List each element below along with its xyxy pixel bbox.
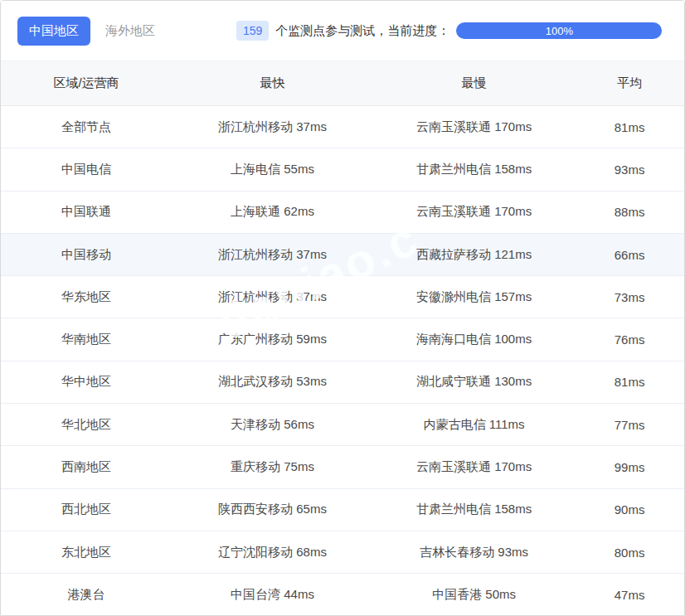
cell-slowest: 云南玉溪联通 170ms [373, 204, 575, 220]
cell-slowest: 海南海口电信 100ms [373, 332, 575, 347]
cell-region: 港澳台 [1, 587, 172, 603]
cell-slowest: 安徽滁州电信 157ms [373, 289, 575, 305]
cell-average: 99ms [575, 460, 684, 474]
cell-slowest: 云南玉溪联通 170ms [373, 119, 575, 135]
cell-region: 华东地区 [1, 289, 172, 305]
cell-fastest: 浙江杭州移动 37ms [172, 289, 373, 305]
cell-average: 81ms [575, 120, 684, 134]
cell-fastest: 辽宁沈阳移动 68ms [172, 545, 373, 560]
speedtest-panel: 中国地区 海外地区 159 个监测点参与测试，当前进度： 100% 区域/运营商… [0, 0, 685, 616]
cell-region: 华南地区 [1, 332, 172, 347]
table-row: 全部节点浙江杭州移动 37ms云南玉溪联通 170ms81ms [1, 106, 684, 148]
cell-slowest: 西藏拉萨移动 121ms [373, 247, 575, 263]
table-row: 中国联通上海联通 62ms云南玉溪联通 170ms88ms [1, 192, 684, 234]
cell-fastest: 浙江杭州移动 37ms [172, 247, 373, 263]
cell-average: 81ms [575, 375, 684, 389]
column-header-region: 区域/运营商 [1, 75, 172, 91]
cell-fastest: 广东广州移动 59ms [172, 332, 373, 347]
cell-region: 华中地区 [1, 374, 172, 390]
tab-china-region[interactable]: 中国地区 [17, 17, 90, 46]
table-row: 西北地区陕西西安移动 65ms甘肃兰州电信 158ms90ms [1, 489, 684, 531]
cell-slowest: 湖北咸宁联通 130ms [373, 374, 575, 390]
table-row: 华中地区湖北武汉移动 53ms湖北咸宁联通 130ms81ms [1, 361, 684, 404]
cell-slowest: 甘肃兰州电信 158ms [373, 162, 575, 177]
cell-average: 90ms [575, 502, 684, 517]
top-bar: 中国地区 海外地区 159 个监测点参与测试，当前进度： 100% [1, 1, 684, 61]
cell-average: 88ms [575, 205, 684, 219]
table-body: 全部节点浙江杭州移动 37ms云南玉溪联通 170ms81ms中国电信上海电信 … [1, 106, 684, 616]
cell-region: 全部节点 [1, 119, 172, 135]
cell-region: 华北地区 [1, 417, 172, 433]
column-header-slowest: 最慢 [373, 75, 575, 91]
cell-slowest: 吉林长春移动 93ms [373, 545, 575, 560]
cell-average: 80ms [575, 546, 684, 560]
table-row: 华南地区广东广州移动 59ms海南海口电信 100ms76ms [1, 318, 684, 361]
cell-fastest: 重庆移动 75ms [172, 459, 373, 475]
table-row: 西南地区重庆移动 75ms云南玉溪联通 170ms99ms [1, 446, 684, 488]
cell-average: 76ms [575, 332, 684, 347]
cell-region: 中国电信 [1, 162, 172, 177]
cell-average: 66ms [575, 248, 684, 262]
tab-overseas-region[interactable]: 海外地区 [105, 17, 155, 46]
cell-fastest: 浙江杭州移动 37ms [172, 119, 373, 135]
cell-region: 西南地区 [1, 459, 172, 475]
cell-fastest: 上海联通 62ms [172, 204, 373, 220]
cell-slowest: 中国香港 50ms [373, 587, 575, 603]
cell-region: 东北地区 [1, 545, 172, 560]
column-header-average: 平均 [575, 75, 684, 91]
cell-average: 47ms [575, 588, 684, 602]
cell-average: 73ms [575, 290, 684, 304]
cell-slowest: 甘肃兰州电信 158ms [373, 502, 575, 517]
cell-average: 93ms [575, 162, 684, 177]
table-row: 中国电信上海电信 55ms甘肃兰州电信 158ms93ms [1, 148, 684, 191]
cell-fastest: 天津移动 56ms [172, 417, 373, 433]
cell-slowest: 云南玉溪联通 170ms [373, 459, 575, 475]
table-row: 东北地区辽宁沈阳移动 68ms吉林长春移动 93ms80ms [1, 531, 684, 574]
progress-bar: 100% [456, 22, 662, 39]
table-row: 港澳台中国台湾 44ms中国香港 50ms47ms [1, 574, 684, 616]
cell-fastest: 湖北武汉移动 53ms [172, 374, 373, 390]
cell-fastest: 上海电信 55ms [172, 162, 373, 177]
cell-average: 77ms [575, 418, 684, 432]
table-row: 中国移动浙江杭州移动 37ms西藏拉萨移动 121ms66ms [1, 234, 684, 276]
status-text: 个监测点参与测试，当前进度： [275, 23, 449, 39]
cell-fastest: 中国台湾 44ms [172, 587, 373, 603]
monitor-count-badge: 159 [236, 21, 269, 41]
cell-region: 中国移动 [1, 247, 172, 263]
cell-region: 西北地区 [1, 502, 172, 517]
column-header-fastest: 最快 [172, 75, 373, 91]
cell-fastest: 陕西西安移动 65ms [172, 502, 373, 517]
table-row: 华北地区天津移动 56ms内蒙古电信 111ms77ms [1, 404, 684, 446]
cell-slowest: 内蒙古电信 111ms [373, 417, 575, 433]
cell-region: 中国联通 [1, 204, 172, 220]
table-header-row: 区域/运营商 最快 最慢 平均 [1, 61, 684, 106]
table-row: 华东地区浙江杭州移动 37ms安徽滁州电信 157ms73ms [1, 276, 684, 318]
